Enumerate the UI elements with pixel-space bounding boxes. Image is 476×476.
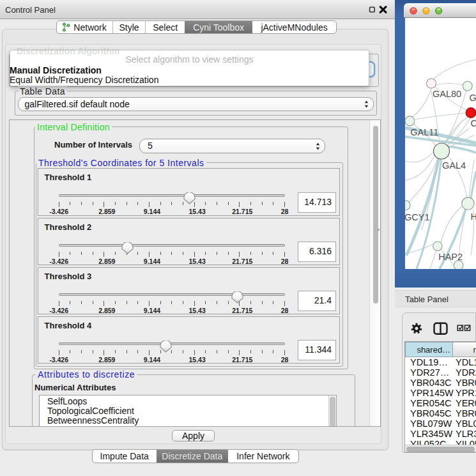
- svg-text:HAP2: HAP2: [438, 252, 463, 262]
- svg-text:CY: CY: [471, 118, 476, 128]
- svg-text:HI: HI: [470, 211, 476, 222]
- svg-text:GAL7: GAL7: [470, 93, 476, 103]
- svg-text:GCY1: GCY1: [405, 212, 430, 222]
- svg-text:GAL11: GAL11: [410, 127, 438, 137]
- svg-text:GAL4: GAL4: [442, 160, 466, 171]
- svg-text:GAL80: GAL80: [433, 89, 461, 99]
